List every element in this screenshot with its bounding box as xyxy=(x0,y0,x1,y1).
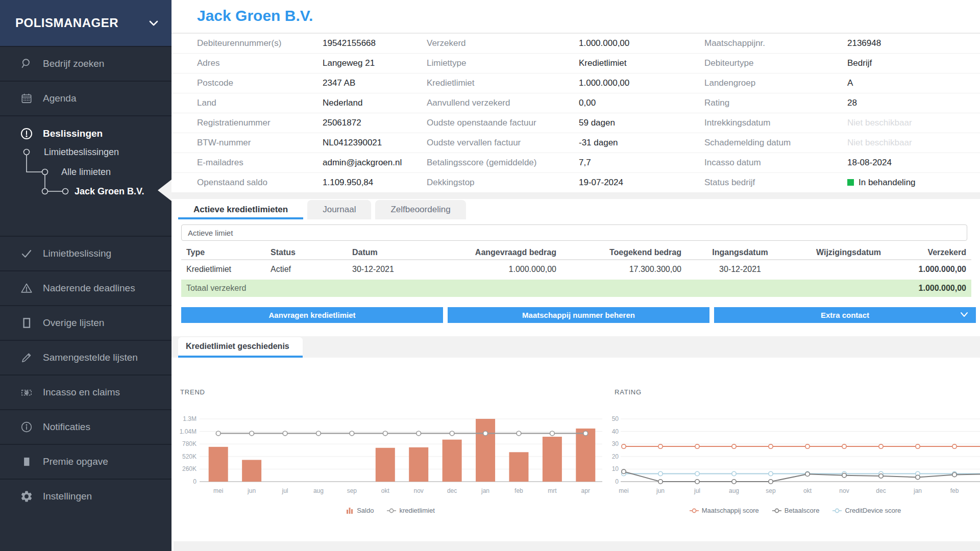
detail-value: 18-08-2024 xyxy=(847,158,980,168)
table-cell: 1.000.000,00 xyxy=(442,265,561,274)
detail-label: BTW-nummer xyxy=(197,138,323,148)
detail-label: Betalingsscore (gemiddelde) xyxy=(427,158,579,168)
sidebar-item-instellingen[interactable]: Instellingen xyxy=(0,479,172,513)
detail-label: Aanvullend verzekerd xyxy=(427,98,579,108)
tab-kredietlimiet-geschiedenis[interactable]: Kredietlimiet geschiedenis xyxy=(178,337,303,358)
detail-label: Incasso datum xyxy=(704,158,847,168)
svg-text:jul: jul xyxy=(694,487,700,494)
column-header: Wijzigingsdatum xyxy=(794,248,903,257)
detail-value: -31 dagen xyxy=(579,138,704,148)
chevron-down-icon xyxy=(960,311,969,318)
rating-chart: RATING 01020304050meijunjulaugsepoktnovd… xyxy=(610,358,980,514)
detail-label: Landengroep xyxy=(704,78,847,88)
sidebar-item-premie-opgave[interactable]: Premie opgave xyxy=(0,444,172,479)
sidebar-item-beslissingen[interactable]: Beslissingen xyxy=(0,116,172,146)
svg-text:sep: sep xyxy=(766,487,776,494)
tab-zelfbeoordeling[interactable]: Zelfbeoordeling xyxy=(375,200,465,219)
legend-item-maatschappij-score: Maatschappij score xyxy=(690,507,759,514)
sidebar-item-incasso-en-claims[interactable]: Incasso en claims xyxy=(0,374,172,409)
sidebar-item-overige-lijsten[interactable]: Overige lijsten xyxy=(0,305,172,340)
sidebar-item-bedrijf-zoeken[interactable]: Bedrijf zoeken xyxy=(0,46,172,81)
column-header: Status xyxy=(265,248,347,257)
banknote-icon xyxy=(19,385,34,399)
page-title: Jack Groen B.V. xyxy=(197,7,980,24)
calendar-icon xyxy=(19,91,34,106)
table-row[interactable]: KredietlimietActief30-12-20211.000.000,0… xyxy=(181,260,971,279)
svg-text:aug: aug xyxy=(729,487,739,494)
sidebar-item-agenda[interactable]: Agenda xyxy=(0,81,172,115)
svg-text:0: 0 xyxy=(193,478,197,485)
sidebar-item-notificaties[interactable]: Notificaties xyxy=(0,409,172,444)
svg-text:sep: sep xyxy=(347,487,357,494)
detail-row: Postcode2347 ABKredietlimiet1.000.000,00… xyxy=(172,73,980,93)
sidebar-item-naderende-deadlines[interactable]: Naderende deadlines xyxy=(0,270,172,305)
sidebar-group-beslissingen: Beslissingen LimietbeslissingenAlle limi… xyxy=(0,115,172,236)
column-header: Type xyxy=(181,248,265,257)
column-header: Toegekend bedrag xyxy=(561,248,687,257)
svg-text:jan: jan xyxy=(481,487,489,494)
charts-area: TREND 0260K520K780K1.04M1.3Mmeijunjulaug… xyxy=(172,358,980,526)
sidebar-subitem-limietbeslissingen[interactable]: Limietbeslissingen xyxy=(44,147,119,158)
info-circle-icon xyxy=(19,420,34,434)
detail-value: 1.000.000,00 xyxy=(579,78,704,88)
trend-chart-legend: Saldokredietlimiet xyxy=(176,507,605,514)
app-logo: POLISMANAGER xyxy=(15,16,147,30)
history-tab-bar: Kredietlimiet geschiedenis xyxy=(172,336,980,358)
detail-label: Adres xyxy=(197,58,323,68)
legend-item-saldo: Saldo xyxy=(346,507,374,514)
detail-row: Registratienummer25061872Oudste openstaa… xyxy=(172,113,980,133)
table-cell: Actief xyxy=(265,265,347,274)
status-square-icon xyxy=(847,179,854,186)
svg-text:0: 0 xyxy=(615,478,619,485)
detail-label: Verzekerd xyxy=(427,38,579,48)
svg-text:feb: feb xyxy=(514,487,523,494)
table-cell: 30-12-2021 xyxy=(347,265,442,274)
column-header: Ingangsdatum xyxy=(687,248,794,257)
detail-value: 0,00 xyxy=(579,98,704,108)
sidebar-subitem-alle-limieten[interactable]: Alle limieten xyxy=(61,167,111,178)
horizontal-scrollbar[interactable] xyxy=(174,541,980,551)
detail-value: 25061872 xyxy=(323,118,427,128)
trend-chart-title: TREND xyxy=(180,388,605,396)
svg-text:jan: jan xyxy=(913,487,922,494)
sidebar-header: POLISMANAGER xyxy=(0,0,172,46)
detail-label: Debiteurennummer(s) xyxy=(197,38,323,48)
maatschappij-nummer-beheren-button[interactable]: Maatschappij nummer beheren xyxy=(448,307,709,323)
chevron-down-icon[interactable] xyxy=(147,16,160,30)
aanvragen-kredietlimiet-button[interactable]: Aanvragen kredietlimiet xyxy=(181,307,443,323)
sidebar-item-samengestelde-lijsten[interactable]: Samengestelde lijsten xyxy=(0,340,172,374)
active-limit-filter[interactable] xyxy=(181,224,967,241)
svg-text:50: 50 xyxy=(612,415,619,422)
detail-row: LandNederlandAanvullend verzekerd0,00Rat… xyxy=(172,93,980,113)
detail-value: 2347 AB xyxy=(323,78,427,88)
tab-actieve-kredietlimieten[interactable]: Actieve kredietlimieten xyxy=(178,200,303,219)
detail-value: Langeweg 21 xyxy=(323,58,427,68)
document-icon xyxy=(19,316,34,330)
detail-value: NL0412390021 xyxy=(323,138,427,148)
sidebar-subitem-jack-groen-b-v-[interactable]: Jack Groen B.V. xyxy=(75,186,144,197)
svg-text:okt: okt xyxy=(381,487,390,494)
svg-text:10: 10 xyxy=(612,465,619,472)
sidebar-nav: Bedrijf zoekenAgenda Beslissingen Limiet… xyxy=(0,46,172,513)
detail-label: Debiteurtype xyxy=(704,58,847,68)
detail-value: 1.109.950,84 xyxy=(323,178,427,188)
table-cell: 17.300.300,00 xyxy=(561,265,687,274)
rating-chart-title: RATING xyxy=(615,388,980,396)
svg-text:nov: nov xyxy=(839,487,849,494)
detail-label: Land xyxy=(197,98,323,108)
detail-label: Oudste vervallen factuur xyxy=(427,138,579,148)
svg-text:mei: mei xyxy=(213,487,223,494)
document-filled-icon xyxy=(19,455,34,469)
detail-row: E-mailadresadmin@jackgroen.nlBetalingssc… xyxy=(172,153,980,173)
total-row: Totaal verzekerd 1.000.000,00 xyxy=(181,280,971,297)
alert-circle-icon xyxy=(19,127,34,141)
detail-label: Registratienummer xyxy=(197,118,323,128)
extra-contact-button[interactable]: Extra contact xyxy=(714,307,976,323)
detail-row: AdresLangeweg 21LimiettypeKredietlimietD… xyxy=(172,54,980,73)
detail-row: Debiteurennummer(s)19542155668Verzekerd1… xyxy=(172,34,980,54)
detail-value: 1.000.000,00 xyxy=(579,38,704,48)
detail-value: 19542155668 xyxy=(323,38,427,48)
sidebar-item-limietbeslissing[interactable]: Limietbeslissing xyxy=(0,236,172,270)
tab-journaal[interactable]: Journaal xyxy=(307,200,371,219)
svg-text:1.3M: 1.3M xyxy=(183,415,197,422)
